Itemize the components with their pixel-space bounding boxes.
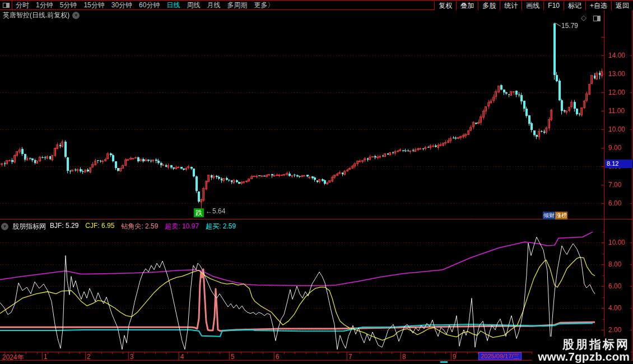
- toolbar-right-item-0[interactable]: 复权: [434, 1, 456, 10]
- toolbar-item-9[interactable]: 多周期: [224, 1, 250, 10]
- indicator-axis-label: 4.00: [608, 304, 621, 312]
- toolbar-item-8[interactable]: 月线: [203, 1, 224, 10]
- indicator-value-3: 超卖: 10.97: [165, 222, 199, 231]
- split-window-icon[interactable]: [593, 16, 601, 21]
- time-axis-month-label: 3: [130, 353, 134, 361]
- toolbar-right-item-5[interactable]: F10: [543, 1, 564, 10]
- price-axis-label: 13.00: [608, 70, 625, 78]
- price-axis-label: 14.00: [608, 52, 625, 59]
- fall-badge: 跌: [194, 208, 204, 217]
- watermark: 股朋指标网 www.7gpzb.com: [532, 337, 631, 362]
- toolbar-right-item-2[interactable]: 多股: [478, 1, 500, 10]
- toolbar-item-3[interactable]: 15分钟: [80, 1, 108, 10]
- chart-title: 英唐智控(日线.前复权): [3, 11, 69, 20]
- toolbar-right-item-3[interactable]: 统计: [500, 1, 522, 10]
- price-axis-label: 11.00: [608, 107, 625, 115]
- toolbar-right-item-6[interactable]: 标记: [564, 1, 585, 10]
- top-toolbar: 分时1分钟5分钟15分钟30分钟60分钟日线周线月线多周期更多〉 复权叠加多股统…: [0, 0, 633, 10]
- price-axis-label: 10.00: [608, 125, 625, 133]
- low-price-annotation: ←5.64: [206, 207, 225, 215]
- indicator-value-2: 钻角尖: 2.59: [121, 222, 158, 231]
- indicator-axis-label: 6.00: [608, 282, 621, 290]
- period-menu: 分时1分钟5分钟15分钟30分钟60分钟日线周线月线多周期更多〉: [12, 1, 277, 10]
- toolbar-item-5[interactable]: 60分钟: [136, 1, 163, 10]
- time-axis-year-label: 2024年: [2, 353, 24, 362]
- toolbar-item-7[interactable]: 周线: [183, 1, 203, 10]
- tools-menu: 复权叠加多股统计画线F10标记+自选返回: [434, 1, 633, 10]
- title-dropdown-icon[interactable]: ▾: [72, 12, 80, 19]
- toolbar-item-1[interactable]: 1分钟: [32, 1, 57, 10]
- toolbar-right-item-7[interactable]: +自选: [585, 1, 611, 10]
- indicator-axis-label: 8.00: [608, 260, 621, 268]
- window-layout-button[interactable]: [0, 1, 12, 10]
- toolbar-right-item-8[interactable]: 返回: [611, 1, 633, 10]
- chart-title-row: 英唐智控(日线.前复权) ▾: [3, 11, 80, 20]
- indicator-axis-label: 2.00: [608, 326, 621, 334]
- watermark-site-name: 股朋指标网: [538, 338, 630, 351]
- toolbar-item-2[interactable]: 5分钟: [57, 1, 81, 10]
- indicator-source-label: 股朋指标网: [12, 222, 46, 231]
- indicator-axis-label: 10.00: [608, 239, 625, 246]
- rank-badge-right: 涨榜: [555, 212, 567, 220]
- last-price-tag: 8.12: [605, 160, 632, 168]
- window-layout-icon: [3, 3, 10, 8]
- diamond-gadget-icon[interactable]: ◇: [581, 14, 587, 22]
- indicator-value-0: BJF: 5.29: [50, 222, 78, 231]
- price-axis-label: 7.00: [608, 181, 621, 189]
- rank-badge-left: 倾财: [543, 212, 555, 220]
- price-axis-label: 9.00: [608, 144, 621, 152]
- rank-badges[interactable]: 倾财 涨榜: [543, 212, 567, 220]
- time-axis-month-label: 9: [453, 353, 457, 361]
- price-axis-label: 12.00: [608, 88, 625, 96]
- price-axis-label: 6.00: [608, 199, 621, 207]
- indicator-collapse-icon[interactable]: ▾: [1, 223, 8, 230]
- indicator-header: ▾ 股朋指标网 BJF: 5.29CJF: 6.95钻角尖: 2.59超卖: 1…: [1, 222, 236, 231]
- time-axis-month-label: 6: [276, 353, 280, 361]
- toolbar-item-4[interactable]: 30分钟: [108, 1, 136, 10]
- watermark-url: www.7gpzb.com: [538, 351, 630, 362]
- time-axis-month-label: 1: [44, 353, 48, 361]
- time-axis-month-label: 5: [231, 353, 235, 361]
- trading-app-window: { "toolbar": { "items": ["分时", "1分钟", "5…: [0, 0, 633, 364]
- time-axis-month-label: 4: [180, 353, 184, 361]
- time-axis-month-label: 7: [348, 353, 352, 361]
- time-axis-month-label: 8: [402, 353, 406, 361]
- indicator-value-1: CJF: 6.95: [85, 222, 114, 231]
- high-price-annotation: 15.79: [561, 22, 578, 30]
- last-date-box[interactable]: 2025/09/17/三: [478, 352, 522, 360]
- toolbar-item-0[interactable]: 分时: [12, 1, 32, 10]
- time-axis-month-label: 2: [87, 353, 91, 361]
- toolbar-item-6[interactable]: 日线: [163, 1, 183, 10]
- indicator-values: BJF: 5.29CJF: 6.95钻角尖: 2.59超卖: 10.97超买: …: [50, 222, 236, 231]
- toolbar-item-10[interactable]: 更多〉: [250, 1, 277, 10]
- chart-canvas[interactable]: [0, 0, 633, 364]
- toolbar-right-item-4[interactable]: 画线: [522, 1, 543, 10]
- toolbar-right-item-1[interactable]: 叠加: [456, 1, 478, 10]
- indicator-value-4: 超买: 2.59: [206, 222, 236, 231]
